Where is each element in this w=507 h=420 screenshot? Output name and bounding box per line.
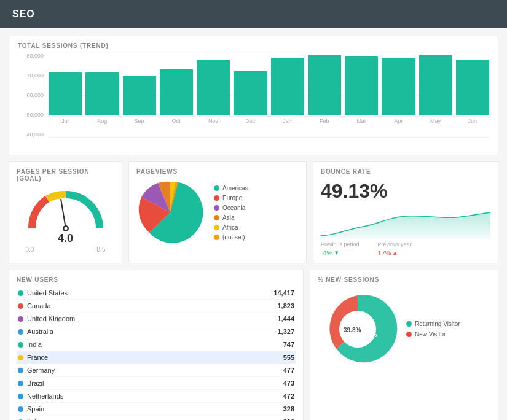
table-row[interactable]: Germany477 xyxy=(17,364,296,377)
prev-year-label: Previous year xyxy=(378,241,412,247)
legend-color-dot xyxy=(214,235,219,240)
bar-group: Sep xyxy=(123,53,156,124)
country-name: Spain xyxy=(27,405,44,413)
svg-line-0 xyxy=(61,199,66,228)
country-value: 328 xyxy=(218,403,296,416)
legend-item: Europe xyxy=(214,195,248,201)
sessions-content: 39.8% 60.2% Returning Visitor New Visito… xyxy=(318,289,490,369)
legend-item: Asia xyxy=(214,214,248,221)
legend-color-dot xyxy=(214,185,219,191)
new-visitor-label: New Visitor xyxy=(415,331,446,338)
country-value: 477 xyxy=(218,364,296,377)
sessions-donut: 39.8% 60.2% xyxy=(318,289,398,369)
gauge-container: 4.0 0.0 8.5 xyxy=(17,185,114,253)
new-visitor-dot xyxy=(406,332,412,337)
bar-group: Aug xyxy=(85,53,119,124)
country-value: 472 xyxy=(218,390,296,403)
legend-item: Americas xyxy=(214,185,248,192)
bar-label: Feb xyxy=(320,118,329,124)
bar xyxy=(271,58,304,115)
y-axis: 80,00070,00060,00050,00040,000 xyxy=(18,53,46,138)
middle-row: PAGES PER SESSION (GOAL) 4.0 0.0 xyxy=(9,161,498,263)
trend-title: TOTAL SESSIONS (TREND) xyxy=(18,42,489,49)
table-row[interactable]: Australia1,327 xyxy=(17,325,296,338)
table-row[interactable]: Canada1,823 xyxy=(17,300,296,313)
bar-group: Jul xyxy=(49,53,82,124)
country-name: India xyxy=(27,341,42,348)
svg-point-2 xyxy=(64,227,67,230)
sessions-legend: Returning Visitor New Visitor xyxy=(406,321,460,338)
bounce-rate-panel: BOUNCE RATE 49.13% Previous period xyxy=(313,161,498,263)
bar xyxy=(234,71,267,116)
up-arrow-icon: ▴ xyxy=(393,249,397,257)
country-dot xyxy=(18,406,23,412)
table-row[interactable]: India747 xyxy=(17,338,296,351)
country-name: Germany xyxy=(27,367,55,374)
country-dot xyxy=(18,368,23,373)
bar-label: Jul xyxy=(61,118,69,124)
prev-year-value: 17% ▴ xyxy=(378,249,412,257)
gauge-labels: 0.0 8.5 xyxy=(26,246,106,253)
legend-label: Oceania xyxy=(222,204,245,211)
country-dot xyxy=(18,316,23,322)
country-name: Netherlands xyxy=(27,392,63,400)
bounce-chart xyxy=(321,205,490,239)
bar-label: Aug xyxy=(97,118,107,124)
bar-group: Oct xyxy=(160,53,193,124)
main-content: TOTAL SESSIONS (TREND) 80,00070,00060,00… xyxy=(0,28,507,420)
pages-section-title: PAGES PER SESSION (GOAL) xyxy=(17,168,114,182)
bounce-value: 49.13% xyxy=(321,180,490,203)
country-value: 306 xyxy=(218,416,296,421)
bar-group: Jan xyxy=(271,53,304,124)
pages-per-session-panel: PAGES PER SESSION (GOAL) 4.0 0.0 xyxy=(9,161,122,263)
legend-color-dot xyxy=(214,195,219,201)
bar-group: May xyxy=(419,53,452,124)
previous-period-comp: Previous period -4% ▾ xyxy=(321,241,360,257)
page-header: SEO xyxy=(0,0,507,28)
bottom-row: NEW USERS United States14,417Canada1,823… xyxy=(9,270,498,420)
legend-color-dot xyxy=(214,205,219,211)
bar-group: Nov xyxy=(197,53,230,124)
legend-label: (not set) xyxy=(222,234,245,241)
country-value: 1,823 xyxy=(218,300,296,313)
bar-group: Apr xyxy=(382,53,415,124)
bar xyxy=(308,55,341,115)
table-row[interactable]: Spain328 xyxy=(17,403,296,416)
country-value: 555 xyxy=(218,351,296,364)
country-name: Canada xyxy=(27,302,51,309)
bar-label: Nov xyxy=(208,118,218,124)
pageviews-content: AmericasEuropeOceaniaAsiaAfrica(not set) xyxy=(136,179,299,246)
country-dot xyxy=(18,394,23,399)
country-value: 1,327 xyxy=(218,325,296,338)
bar xyxy=(345,56,378,115)
table-row[interactable]: Brazil473 xyxy=(17,377,296,390)
country-name: Australia xyxy=(27,328,53,335)
bar-label: Jan xyxy=(283,118,292,124)
country-value: 14,417 xyxy=(218,287,296,300)
country-name: United Kingdom xyxy=(27,315,75,322)
table-row[interactable]: Netherlands472 xyxy=(17,390,296,403)
bar xyxy=(419,55,452,115)
country-value: 747 xyxy=(218,338,296,351)
table-row[interactable]: Italy306 xyxy=(17,416,296,421)
svg-text:60.2%: 60.2% xyxy=(360,332,377,338)
gauge-max: 8.5 xyxy=(97,246,106,253)
bar-label: Apr xyxy=(394,118,403,124)
svg-text:39.8%: 39.8% xyxy=(344,327,361,333)
table-row[interactable]: United States14,417 xyxy=(17,287,296,300)
country-dot xyxy=(18,381,23,386)
gauge-chart xyxy=(23,185,109,235)
legend-label: Americas xyxy=(222,185,248,192)
table-row[interactable]: United Kingdom1,444 xyxy=(17,313,296,325)
country-value: 1,444 xyxy=(218,313,296,325)
pageviews-pie xyxy=(136,179,204,246)
new-users-title: NEW USERS xyxy=(17,276,296,283)
bar-label: Jun xyxy=(468,118,478,124)
table-row[interactable]: France555 xyxy=(17,351,296,364)
legend-item: Oceania xyxy=(214,204,248,211)
country-dot xyxy=(18,290,23,296)
legend-item: Africa xyxy=(214,224,248,231)
prev-period-label: Previous period xyxy=(321,241,360,247)
country-dot xyxy=(18,303,23,309)
legend-color-dot xyxy=(214,225,219,230)
